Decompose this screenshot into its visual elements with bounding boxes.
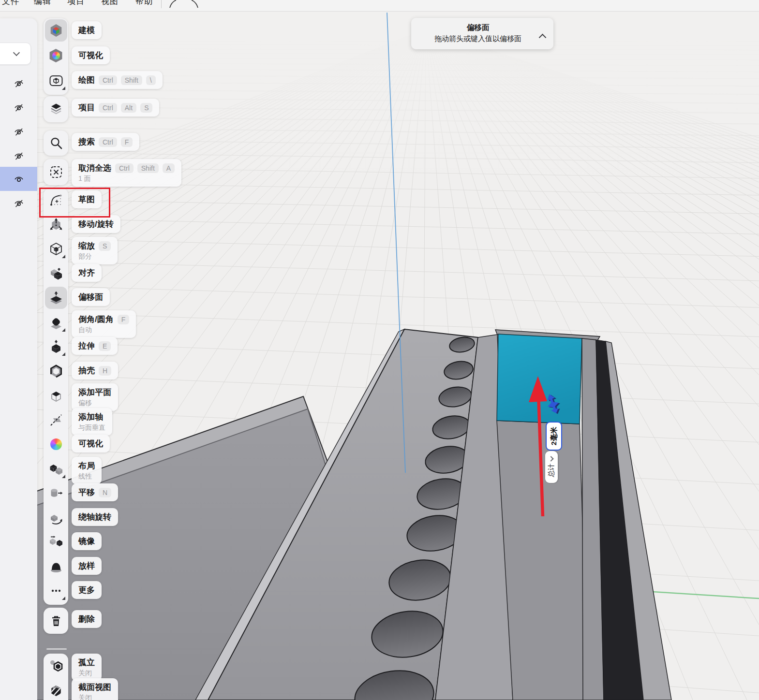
menu-project[interactable]: 项目 xyxy=(67,0,85,7)
tool-label-more: 更多 xyxy=(72,581,102,599)
tool-section-view[interactable] xyxy=(45,679,67,700)
tool-search[interactable] xyxy=(45,132,67,154)
toolbar-group-workspace xyxy=(44,18,68,95)
chevron-up-icon xyxy=(538,34,546,42)
tool-label-scale: 缩放S部分 xyxy=(72,237,118,264)
eye-off-icon xyxy=(13,150,25,161)
sidebar-collapse-button[interactable] xyxy=(0,43,31,65)
eye-off-icon xyxy=(13,102,25,113)
shortcut-chip: S xyxy=(140,103,152,113)
menu-help[interactable]: 帮助 xyxy=(135,0,153,7)
tool-deselect-all[interactable] xyxy=(45,161,67,183)
tool-extrude[interactable] xyxy=(45,335,67,358)
shortcut-chip: Ctrl xyxy=(99,103,117,113)
trash-icon xyxy=(49,613,63,628)
toolbar-group-project xyxy=(44,96,68,122)
tool-label-translate: 平移N xyxy=(72,483,118,501)
tool-translate[interactable] xyxy=(45,482,67,504)
mirror-icon xyxy=(49,535,63,549)
tool-align[interactable] xyxy=(45,262,67,285)
menu-view[interactable]: 视图 xyxy=(101,0,119,7)
offset-face-icon xyxy=(49,291,63,305)
tool-add-plane[interactable] xyxy=(45,384,67,407)
submenu-corner-icon xyxy=(62,328,65,332)
tool-label-isolate: 孤立关闭 xyxy=(72,654,102,681)
item-row-2[interactable] xyxy=(0,95,37,119)
align-icon xyxy=(49,266,63,281)
tool-revolve[interactable] xyxy=(45,507,67,529)
menu-file[interactable]: 文件 xyxy=(2,0,19,7)
shapr3d-app-window: 文件 编辑 项目 视图 帮助 xyxy=(0,0,759,700)
item-row-6[interactable] xyxy=(0,191,37,215)
submenu-corner-icon xyxy=(62,255,65,258)
tool-label-visualization-2: 可视化 xyxy=(72,435,110,452)
tool-delete[interactable] xyxy=(45,610,67,632)
tool-project[interactable] xyxy=(45,98,67,120)
shortcut-chip: Shift xyxy=(137,163,159,173)
eye-off-icon xyxy=(13,126,25,137)
visualization-colorwheel-icon xyxy=(49,48,63,63)
tool-more[interactable] xyxy=(45,580,67,602)
item-row-5-selected[interactable] xyxy=(0,167,37,191)
submenu-corner-icon xyxy=(62,597,65,600)
tooltip-title: 偏移面 xyxy=(419,23,537,33)
toolbar-scroll-handle[interactable] xyxy=(46,648,67,650)
tool-label-add-plane: 添加平面偏移 xyxy=(72,383,118,411)
shortcut-chip: Ctrl xyxy=(99,75,117,85)
toolbar-group-search xyxy=(44,131,68,156)
tool-label-revolve: 绕轴旋转 xyxy=(72,508,118,526)
tool-visualization[interactable] xyxy=(45,44,67,67)
item-row-1[interactable] xyxy=(0,71,37,95)
eye-off-icon xyxy=(13,77,25,89)
offset-total-dropdown[interactable]: 总计 xyxy=(545,451,558,483)
menu-divider xyxy=(161,0,162,8)
shortcut-chip: E xyxy=(99,341,111,351)
tool-label-align: 对齐 xyxy=(72,264,102,282)
tool-label-search: 搜索CtrlF xyxy=(72,133,139,151)
tool-label-add-axis: 添加轴与面垂直 xyxy=(72,408,112,436)
tool-add-axis[interactable] xyxy=(45,409,67,431)
tool-label-deselect-all: 取消全选CtrlShiftA1 面 xyxy=(72,159,181,187)
tool-mirror[interactable] xyxy=(45,531,67,553)
tooltip-collapse-button[interactable] xyxy=(538,33,547,40)
menu-edit[interactable]: 编辑 xyxy=(34,0,51,7)
tool-label-loft: 放样 xyxy=(72,557,102,575)
shortcut-chip: Ctrl xyxy=(99,137,117,147)
tool-label-shell: 抽壳H xyxy=(72,362,118,379)
tool-chamfer-fillet[interactable] xyxy=(45,311,67,334)
redo-icon[interactable] xyxy=(189,0,201,10)
tool-label-section-view: 截面视图关闭 xyxy=(72,678,118,700)
item-row-4[interactable] xyxy=(0,144,37,168)
tool-visualization-2[interactable] xyxy=(45,433,67,455)
items-sidebar xyxy=(0,18,37,700)
layout-icon xyxy=(49,462,63,476)
scale-icon xyxy=(49,242,63,256)
isolate-icon xyxy=(49,658,63,673)
tool-label-sketch: 草图 xyxy=(72,190,102,208)
tool-label-mirror: 镜像 xyxy=(72,532,102,550)
tool-modeling[interactable] xyxy=(45,19,67,42)
toolbar-group-tools xyxy=(44,188,68,605)
offset-value-text: 2毫米 xyxy=(550,427,559,445)
shortcut-chip: S xyxy=(99,241,111,251)
tool-sketch[interactable] xyxy=(45,189,67,211)
shortcut-chip: Alt xyxy=(121,103,136,113)
tool-shell[interactable] xyxy=(45,360,67,382)
toolbar-group-view-modes xyxy=(44,654,68,700)
undo-icon[interactable] xyxy=(166,0,179,10)
offset-value-input[interactable]: 2毫米 xyxy=(546,422,562,451)
tool-scale[interactable] xyxy=(45,238,67,260)
add-axis-icon xyxy=(49,413,63,427)
eye-icon xyxy=(13,173,25,185)
tool-layout[interactable] xyxy=(45,458,67,480)
tool-move-rotate[interactable] xyxy=(45,214,67,236)
tool-isolate[interactable] xyxy=(45,655,67,677)
shortcut-chip: Shift xyxy=(121,75,142,85)
item-row-3[interactable] xyxy=(0,119,37,144)
tool-loft[interactable] xyxy=(45,555,67,578)
shortcut-chip: \ xyxy=(146,75,156,85)
tool-offset-face[interactable] xyxy=(45,287,67,309)
colorwheel-icon xyxy=(50,438,62,450)
move-rotate-icon xyxy=(49,218,63,232)
tool-drawing[interactable] xyxy=(45,70,67,92)
